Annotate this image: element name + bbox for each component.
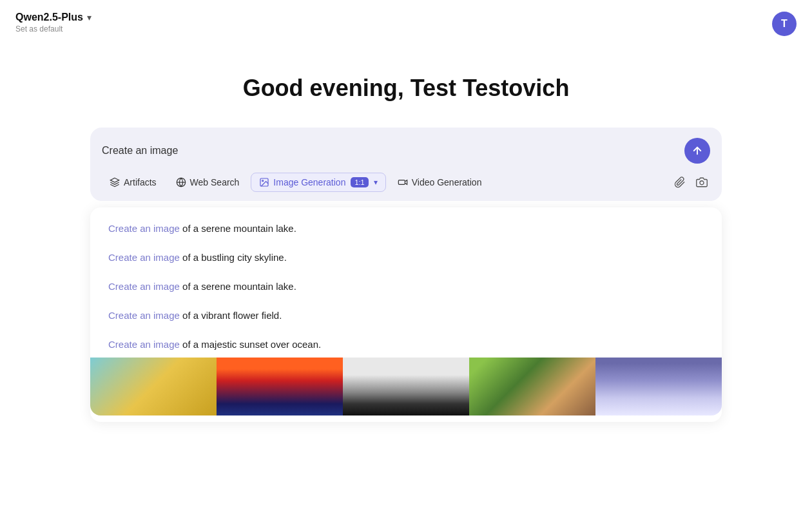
suggestion-highlight: Create an image <box>108 281 180 292</box>
set-default-link[interactable]: Set as default <box>15 24 92 33</box>
image-strip <box>90 358 722 415</box>
suggestions-panel: Create an image of a serene mountain lak… <box>90 207 722 422</box>
avatar[interactable]: T <box>772 12 797 36</box>
image-thumbnail[interactable] <box>343 358 469 415</box>
model-selector[interactable]: Qwen2.5-Plus ▾ <box>15 12 92 23</box>
image-generation-label: Image Generation <box>273 177 345 187</box>
attachment-button[interactable] <box>672 174 688 191</box>
svg-point-4 <box>262 180 264 182</box>
image-thumbnail[interactable] <box>90 358 217 415</box>
web-search-icon <box>176 177 186 187</box>
input-container: Artifacts Web Search <box>90 128 722 201</box>
suggestion-highlight: Create an image <box>108 252 180 263</box>
web-search-label: Web Search <box>190 177 240 187</box>
suggestion-item[interactable]: Create an image of a serene mountain lak… <box>90 214 722 243</box>
image-thumbnail[interactable] <box>217 358 343 415</box>
send-button[interactable] <box>684 138 710 164</box>
input-row <box>102 138 710 164</box>
image-generation-button[interactable]: Image Generation 1:1 ▾ <box>251 173 385 192</box>
suggestion-rest: of a bustling city skyline. <box>180 252 287 263</box>
video-generation-label: Video Generation <box>412 177 482 187</box>
suggestion-highlight: Create an image <box>108 310 180 321</box>
suggestion-rest: of a serene mountain lake. <box>180 281 296 292</box>
chat-input[interactable] <box>102 145 684 157</box>
suggestion-highlight: Create an image <box>108 223 180 234</box>
suggestion-rest: of a serene mountain lake. <box>180 223 296 234</box>
toolbar-right <box>672 174 710 191</box>
ratio-chevron-icon: ▾ <box>374 178 378 187</box>
svg-rect-5 <box>398 180 405 185</box>
header: Qwen2.5-Plus ▾ Set as default T <box>0 0 812 36</box>
greeting-text: Good evening, Test Testovich <box>243 75 570 102</box>
suggestion-rest: of a majestic sunset over ocean. <box>180 339 321 350</box>
image-thumbnail[interactable] <box>469 358 595 415</box>
suggestion-highlight: Create an image <box>108 339 180 350</box>
web-search-button[interactable]: Web Search <box>168 173 247 191</box>
chevron-down-icon: ▾ <box>87 12 92 23</box>
artifacts-label: Artifacts <box>124 177 157 187</box>
ratio-badge[interactable]: 1:1 <box>351 177 368 187</box>
suggestion-item[interactable]: Create an image of a vibrant flower fiel… <box>90 301 722 330</box>
video-generation-icon <box>398 177 408 187</box>
image-generation-icon <box>259 177 269 187</box>
model-name: Qwen2.5-Plus <box>15 12 83 23</box>
camera-button[interactable] <box>693 174 710 191</box>
suggestion-item[interactable]: Create an image of a bustling city skyli… <box>90 243 722 272</box>
suggestion-item[interactable]: Create an image of a majestic sunset ove… <box>90 330 722 359</box>
main-content: Good evening, Test Testovich <box>0 36 812 422</box>
artifacts-button[interactable]: Artifacts <box>102 173 164 191</box>
suggestion-item[interactable]: Create an image of a serene mountain lak… <box>90 272 722 301</box>
artifacts-icon <box>110 177 120 187</box>
svg-point-6 <box>700 181 704 185</box>
suggestion-rest: of a vibrant flower field. <box>180 310 282 321</box>
toolbar: Artifacts Web Search <box>102 173 489 192</box>
model-section: Qwen2.5-Plus ▾ Set as default <box>15 12 92 33</box>
video-generation-button[interactable]: Video Generation <box>390 173 490 191</box>
image-thumbnail[interactable] <box>595 358 722 415</box>
